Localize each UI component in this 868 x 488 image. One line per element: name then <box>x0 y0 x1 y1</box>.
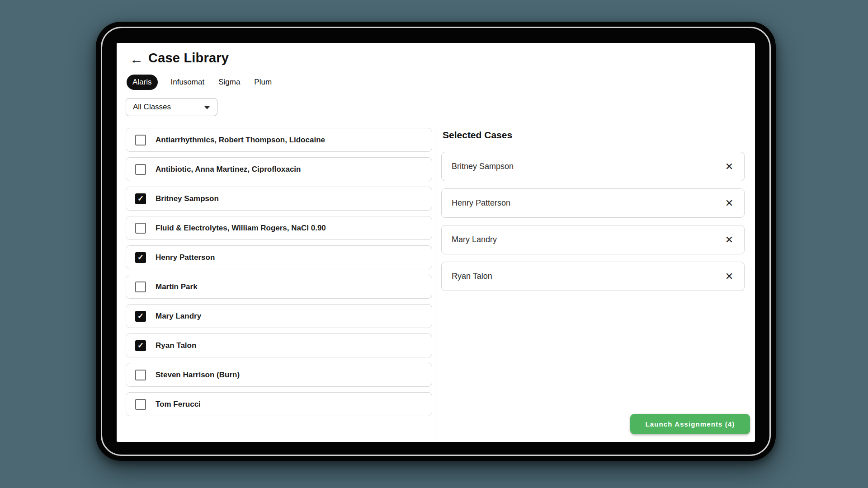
case-label: Henry Patterson <box>156 253 215 262</box>
pump-tabs: AlarisInfusomatSigmaPlum <box>127 75 273 90</box>
checkbox-icon[interactable]: ✓ <box>135 340 146 351</box>
selected-case-card: Henry Patterson ✕ <box>441 188 745 218</box>
case-list-item[interactable]: ✓ Henry Patterson <box>126 245 432 269</box>
checkbox-icon[interactable]: ✓ <box>135 252 146 263</box>
checkbox-icon[interactable] <box>135 399 146 410</box>
case-label: Ryan Talon <box>156 341 196 350</box>
case-list-item[interactable]: Fluid & Electrolytes, William Rogers, Na… <box>126 216 432 240</box>
case-label: Britney Sampson <box>156 194 219 203</box>
case-label: Tom Ferucci <box>156 400 201 409</box>
checkmark-icon: ✓ <box>137 342 144 349</box>
case-label: Martin Park <box>156 282 198 291</box>
case-list-item[interactable]: Antiarrhythmics, Robert Thompson, Lidoca… <box>126 128 432 152</box>
case-list-item[interactable]: ✓ Mary Landry <box>126 304 432 328</box>
app-screen: ← Case Library AlarisInfusomatSigmaPlum … <box>117 43 755 442</box>
selected-case-card: Ryan Talon ✕ <box>441 262 745 291</box>
case-label: Fluid & Electrolytes, William Rogers, Na… <box>156 224 326 233</box>
selected-case-name: Mary Landry <box>452 235 497 244</box>
launch-assignments-button[interactable]: Launch Assignments (4) <box>630 414 750 434</box>
class-filter-dropdown[interactable]: All Classes <box>126 98 217 116</box>
case-label: Antiarrhythmics, Robert Thompson, Lidoca… <box>156 136 325 145</box>
checkbox-icon[interactable] <box>135 164 146 175</box>
remove-case-button[interactable]: ✕ <box>722 196 737 211</box>
remove-case-button[interactable]: ✕ <box>722 232 737 248</box>
selected-case-card: Britney Sampson ✕ <box>441 152 745 181</box>
case-label: Antibiotic, Anna Martinez, Ciprofloxacin <box>156 165 301 174</box>
case-list-item[interactable]: Tom Ferucci <box>126 392 432 416</box>
checkmark-icon: ✓ <box>137 253 144 261</box>
selected-cases-heading: Selected Cases <box>443 130 512 141</box>
tab-alaris[interactable]: Alaris <box>127 75 158 90</box>
case-list-item[interactable]: Martin Park <box>126 275 432 299</box>
tab-infusomat[interactable]: Infusomat <box>170 75 206 90</box>
desktop-background: ← Case Library AlarisInfusomatSigmaPlum … <box>0 0 868 488</box>
chevron-down-icon <box>204 106 210 109</box>
case-label: Steven Harrison (Burn) <box>156 371 240 380</box>
page-title: Case Library <box>148 51 229 66</box>
remove-case-button[interactable]: ✕ <box>722 159 737 174</box>
remove-case-button[interactable]: ✕ <box>722 269 737 284</box>
class-filter-value: All Classes <box>133 103 171 112</box>
selected-case-card: Mary Landry ✕ <box>441 225 745 254</box>
back-button[interactable]: ← <box>127 50 146 68</box>
checkmark-icon: ✓ <box>137 195 144 202</box>
case-list-item[interactable]: Antibiotic, Anna Martinez, Ciprofloxacin <box>126 157 432 181</box>
checkbox-icon[interactable] <box>135 370 146 380</box>
checkbox-icon[interactable]: ✓ <box>135 193 146 204</box>
case-list-item[interactable]: ✓ Britney Sampson <box>126 187 432 211</box>
tab-plum[interactable]: Plum <box>253 75 273 90</box>
case-list-item[interactable]: Steven Harrison (Burn) <box>126 363 432 387</box>
checkbox-icon[interactable] <box>135 282 146 292</box>
checkbox-icon[interactable]: ✓ <box>135 311 146 322</box>
selected-cases-list: Britney Sampson ✕ Henry Patterson ✕ Mary… <box>441 152 745 298</box>
selected-case-name: Britney Sampson <box>452 162 514 171</box>
case-list-item[interactable]: ✓ Ryan Talon <box>126 333 432 357</box>
case-list: Antiarrhythmics, Robert Thompson, Lidoca… <box>126 128 432 422</box>
case-label: Mary Landry <box>156 312 201 321</box>
checkbox-icon[interactable] <box>135 135 146 145</box>
checkbox-icon[interactable] <box>135 223 146 234</box>
tab-sigma[interactable]: Sigma <box>217 75 241 90</box>
tablet-frame: ← Case Library AlarisInfusomatSigmaPlum … <box>96 22 776 461</box>
selected-case-name: Henry Patterson <box>452 198 510 208</box>
checkmark-icon: ✓ <box>137 312 144 320</box>
selected-case-name: Ryan Talon <box>452 272 492 281</box>
panel-divider <box>437 127 437 442</box>
